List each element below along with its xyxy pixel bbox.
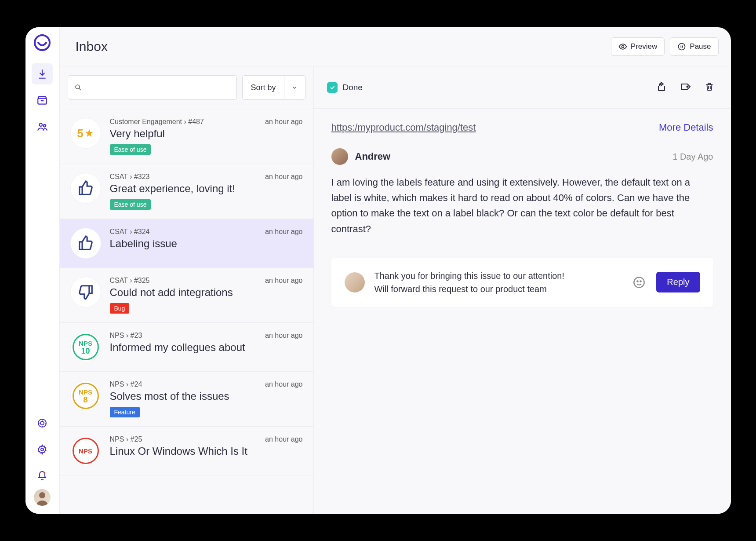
svg-point-8 (39, 492, 45, 498)
list-item[interactable]: NPS10 NPS › #23an hour ago Informed my c… (60, 323, 313, 372)
item-meta: NPS › #25 (110, 435, 142, 443)
svg-point-2 (40, 123, 43, 126)
done-toggle[interactable]: Done (327, 82, 363, 93)
reply-button[interactable]: Reply (656, 272, 700, 292)
nav-settings[interactable] (32, 439, 53, 460)
page-url[interactable]: https:/myproduct.com/staging/test (331, 122, 476, 133)
item-time: an hour ago (265, 118, 302, 126)
item-time: an hour ago (265, 435, 302, 443)
item-tag: Ease of use (110, 199, 151, 210)
item-tag: Bug (110, 303, 130, 314)
item-time: an hour ago (265, 173, 302, 181)
user-avatar[interactable] (34, 489, 51, 506)
nav-help[interactable] (32, 413, 53, 434)
item-badge (70, 277, 101, 307)
item-title: Informed my collegues about (110, 341, 303, 354)
nps-badge: NPS8 (73, 383, 99, 409)
list-item[interactable]: CSAT › #324an hour ago Labeling issue (60, 219, 313, 268)
item-title: Great experience, loving it! (110, 183, 303, 195)
smile-icon (633, 276, 645, 289)
item-time: an hour ago (265, 380, 302, 388)
item-title: Solves most of the issues (110, 390, 303, 402)
item-meta: CSAT › #323 (110, 173, 150, 181)
tag-icon[interactable] (680, 81, 691, 94)
feedback-list: 5 Customer Engagement › #487an hour ago … (60, 109, 313, 514)
author-avatar (331, 148, 348, 165)
item-badge: 5 (70, 118, 101, 149)
svg-point-0 (35, 35, 50, 50)
svg-point-12 (687, 86, 688, 87)
svg-point-11 (76, 85, 80, 89)
svg-point-7 (44, 472, 45, 474)
pause-button[interactable]: Pause (670, 37, 718, 56)
item-title: Labeling issue (110, 238, 303, 250)
list-item[interactable]: CSAT › #325an hour ago Could not add int… (60, 268, 313, 323)
item-badge (70, 228, 101, 259)
list-item[interactable]: NPS NPS › #25an hour ago Linux Or Window… (60, 427, 313, 475)
nav-notifications[interactable] (32, 465, 53, 486)
checkbox-icon (327, 82, 338, 93)
svg-point-5 (40, 421, 44, 425)
app-logo (33, 33, 51, 52)
more-details-link[interactable]: More Details (659, 122, 713, 133)
item-meta: CSAT › #324 (110, 228, 150, 236)
sort-button[interactable]: Sort by (242, 75, 305, 100)
share-icon[interactable] (656, 81, 667, 94)
nav-inbox[interactable] (32, 63, 53, 84)
item-meta: Customer Engagement › #487 (110, 118, 204, 126)
sidebar (25, 27, 60, 514)
item-meta: CSAT › #325 (110, 277, 150, 285)
nps-badge: NPS (73, 438, 99, 464)
reply-avatar (345, 272, 365, 292)
list-item[interactable]: 5 Customer Engagement › #487an hour ago … (60, 109, 313, 164)
item-title: Linux Or Windows Which Is It (110, 445, 303, 457)
nav-archive[interactable] (32, 90, 53, 111)
svg-point-6 (41, 448, 44, 451)
list-item[interactable]: CSAT › #323an hour ago Great experience,… (60, 164, 313, 219)
star-icon: 5 (77, 127, 94, 140)
item-meta: NPS › #23 (110, 332, 142, 340)
emoji-button[interactable] (632, 275, 647, 290)
topbar: Inbox Preview Pause (60, 27, 731, 66)
svg-point-14 (637, 281, 638, 281)
item-time: an hour ago (265, 228, 302, 236)
page-title: Inbox (76, 39, 108, 54)
reply-card: Thank you for bringing this issue to our… (331, 258, 713, 307)
thumbs-up-icon (77, 235, 94, 252)
chevron-down-icon (284, 76, 305, 99)
svg-rect-1 (38, 99, 47, 104)
item-badge: NPS (70, 435, 101, 466)
search-input[interactable] (68, 75, 237, 100)
reply-draft[interactable]: Thank you for bringing this issue to our… (374, 269, 622, 296)
item-tag: Feature (110, 407, 140, 417)
list-item[interactable]: NPS8 NPS › #24an hour ago Solves most of… (60, 372, 313, 427)
item-time: an hour ago (265, 332, 302, 340)
item-tag: Ease of use (110, 144, 151, 155)
trash-icon[interactable] (705, 81, 714, 94)
svg-point-3 (44, 124, 46, 127)
item-time: an hour ago (265, 277, 302, 285)
item-badge: NPS8 (70, 380, 101, 411)
svg-point-10 (679, 44, 685, 50)
item-title: Could not add integrations (110, 286, 303, 299)
nav-team[interactable] (32, 116, 53, 137)
nps-badge: NPS10 (73, 334, 99, 360)
item-badge (70, 173, 101, 204)
preview-button[interactable]: Preview (611, 37, 665, 56)
pause-icon (677, 42, 686, 51)
svg-point-13 (634, 277, 644, 287)
author-name: Andrew (355, 151, 391, 162)
message-time: 1 Day Ago (672, 152, 713, 162)
search-icon (74, 84, 82, 91)
thumbs-up-icon (77, 180, 94, 197)
svg-point-15 (640, 281, 641, 281)
message-body: I am loving the labels feature and using… (331, 175, 709, 237)
item-meta: NPS › #24 (110, 380, 142, 388)
thumbs-down-icon (77, 284, 94, 300)
svg-point-9 (622, 46, 624, 48)
eye-icon (618, 42, 627, 51)
item-title: Very helpful (110, 128, 303, 140)
item-badge: NPS10 (70, 332, 101, 362)
